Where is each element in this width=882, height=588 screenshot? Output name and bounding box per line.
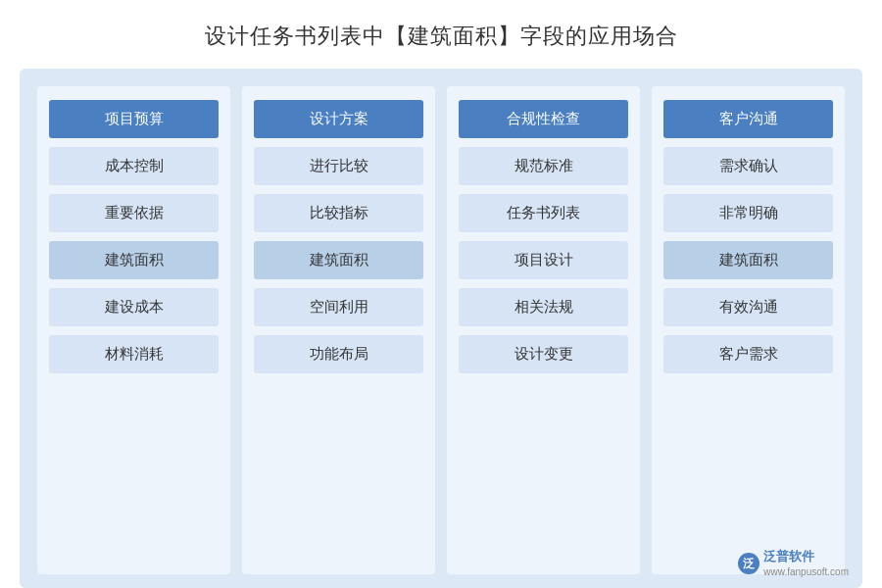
cell-col4-0: 需求确认 (663, 147, 833, 185)
page-title: 设计任务书列表中【建筑面积】字段的应用场合 (205, 0, 678, 69)
cell-col3-4: 设计变更 (459, 335, 628, 373)
column-header-col1: 项目预算 (49, 100, 219, 138)
cell-col2-2: 建筑面积 (254, 241, 423, 279)
column-header-col2: 设计方案 (254, 100, 423, 138)
column-header-col3: 合规性检查 (459, 100, 628, 138)
cell-col4-2: 建筑面积 (663, 241, 833, 279)
column-col4: 客户沟通需求确认非常明确建筑面积有效沟通客户需求 (652, 86, 845, 574)
watermark-text: 泛普软件 www.fanpusoft.com (763, 549, 849, 578)
watermark-icon: 泛 (738, 553, 760, 574)
cell-col2-0: 进行比较 (254, 147, 423, 185)
cell-col3-1: 任务书列表 (459, 194, 628, 232)
column-col1: 项目预算成本控制重要依据建筑面积建设成本材料消耗 (37, 86, 230, 574)
cell-col3-0: 规范标准 (459, 147, 628, 185)
cell-col1-0: 成本控制 (49, 147, 219, 185)
cell-col1-4: 材料消耗 (49, 335, 219, 373)
cell-col4-3: 有效沟通 (663, 288, 833, 326)
cell-col2-3: 空间利用 (254, 288, 423, 326)
cell-col2-1: 比较指标 (254, 194, 423, 232)
cell-col2-4: 功能布局 (254, 335, 423, 373)
column-header-col4: 客户沟通 (663, 100, 833, 138)
cell-col1-3: 建设成本 (49, 288, 219, 326)
cell-col1-1: 重要依据 (49, 194, 219, 232)
main-container: 项目预算成本控制重要依据建筑面积建设成本材料消耗设计方案进行比较比较指标建筑面积… (20, 69, 862, 588)
cell-col3-3: 相关法规 (459, 288, 628, 326)
column-col2: 设计方案进行比较比较指标建筑面积空间利用功能布局 (242, 86, 435, 574)
cell-col1-2: 建筑面积 (49, 241, 219, 279)
cell-col4-4: 客户需求 (663, 335, 833, 373)
cell-col3-2: 项目设计 (459, 241, 628, 279)
column-col3: 合规性检查规范标准任务书列表项目设计相关法规设计变更 (447, 86, 640, 574)
watermark: 泛 泛普软件 www.fanpusoft.com (738, 549, 849, 578)
cell-col4-1: 非常明确 (663, 194, 833, 232)
